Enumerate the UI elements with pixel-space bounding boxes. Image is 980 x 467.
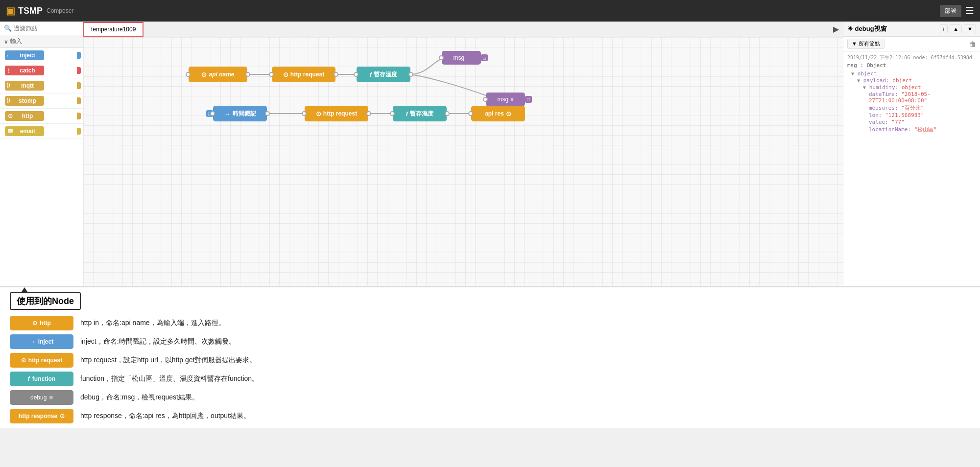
- debug-filter-bar: ▼ 所有節點 🗑: [843, 37, 980, 51]
- catch-node-pill: ! catch: [5, 66, 44, 75]
- anno-text-http-response: http response，命名:api res，為http回應，output結…: [80, 412, 250, 420]
- annotation-row-function: f function function，指定「松山區」溫度、濕度資料暫存在fun…: [10, 372, 970, 386]
- node-label-api-res: api res: [485, 110, 504, 117]
- sidebar: 🔍 ∨ 輸入 → inject ! catch: [0, 22, 83, 286]
- flow-canvas: ⊙ api name ⊙ http request f 暫存溫度: [83, 37, 843, 286]
- anno-label-inject: inject: [38, 338, 53, 345]
- node-time-stamp[interactable]: □ → 時間戳記: [213, 106, 267, 121]
- anno-text-debug: debug，命名:msg，檢視request結果。: [80, 393, 199, 402]
- debug-panel-header: ☀ debug視窗 i ▲ ▼: [843, 22, 980, 37]
- node-label-zancu-humi: 暫存濕度: [410, 110, 433, 118]
- composer-label: Composer: [47, 7, 73, 14]
- annotation-row-http-request: ⊙ http request http request，設定http url，以…: [10, 353, 970, 368]
- node-msg-1[interactable]: msg ≡ □: [442, 51, 481, 65]
- debug-panel-title: ☀ debug視窗: [847, 24, 938, 33]
- anno-label-http-response: http response: [19, 413, 57, 420]
- node-label-zancu-temp: 暫存溫度: [374, 70, 397, 79]
- port-left-http-req-2: [302, 111, 307, 116]
- node-http-request-2[interactable]: ⊙ http request: [305, 106, 368, 121]
- bottom-section: 使用到的Node ⊙ http http in，命名:api name，為輸入端…: [0, 286, 980, 428]
- sidebar-item-http[interactable]: ⊙ http: [0, 109, 83, 124]
- port-left-msg-2: [483, 97, 488, 102]
- node-icon-http-req-2: ⊙: [316, 110, 321, 117]
- sidebar-items: → inject ! catch )) mqtt: [0, 48, 83, 286]
- logo: ▣ TSMP Composer: [6, 5, 73, 17]
- anno-text-inject: inject，命名:時間戳記，設定多久時間、次數觸發。: [80, 337, 236, 346]
- tab-name: temperature1009: [91, 26, 136, 33]
- tree-line-0: ▼ object: [851, 70, 976, 77]
- node-api-name[interactable]: ⊙ api name: [189, 67, 247, 82]
- tree-line-2: ▼ humidity: object: [863, 84, 976, 91]
- http-node-pill: ⊙ http: [5, 111, 44, 121]
- anno-text-http-request: http request，設定http url，以http get對伺服器提出要…: [80, 356, 256, 365]
- stomp-node-pill: )) stomp: [5, 96, 44, 106]
- search-input[interactable]: [14, 25, 79, 32]
- header: ▣ TSMP Composer 部署 ☰: [0, 0, 980, 22]
- main-container: 🔍 ∨ 輸入 → inject ! catch: [0, 22, 980, 286]
- node-label-http-req-1: http request: [290, 71, 324, 78]
- node-label-http-req-2: http request: [323, 110, 357, 117]
- anno-pill-http-response: http response ⊙: [10, 409, 73, 423]
- annotation-row-http: ⊙ http http in，命名:api name，為輸入端，進入路徑。: [10, 316, 970, 330]
- debug-filter-button[interactable]: ▼ 所有節點: [847, 39, 884, 49]
- tree-line-5: lon: "121.568983": [869, 112, 976, 118]
- port-left-time-stamp: [210, 111, 215, 116]
- section-title: 使用到的Node: [10, 292, 81, 310]
- node-api-res[interactable]: api res ⊙: [471, 106, 525, 121]
- node-label-msg-1: msg: [453, 54, 464, 61]
- logo-text: TSMP: [18, 6, 43, 16]
- tree-line-3: dataTime: "2018-05-27T21:00:00+08:00": [869, 91, 976, 104]
- debug-expand-btn[interactable]: ▲: [950, 24, 962, 33]
- anno-text-http: http in，命名:api name，為輸入端，進入路徑。: [80, 319, 225, 327]
- node-icon-api-res: ⊙: [506, 110, 511, 117]
- node-label-api-name: api name: [209, 71, 234, 78]
- anno-text-function: function，指定「松山區」溫度、濕度資料暫存在function。: [80, 374, 259, 383]
- email-node-pill: ✉ email: [5, 126, 44, 136]
- annotation-row-debug: debug ≡ debug，命名:msg，檢視request結果。: [10, 390, 970, 405]
- node-icon-api-name: ⊙: [201, 71, 207, 78]
- canvas-scroll-right[interactable]: ▶: [829, 23, 843, 36]
- anno-pill-http-request: ⊙ http request: [10, 353, 73, 368]
- annotation-row-inject: → inject inject，命名:時間戳記，設定多久時間、次數觸發。: [10, 334, 970, 349]
- flow-tab-temperature[interactable]: API Key temperature1009: [83, 22, 143, 37]
- menu-icon[interactable]: ☰: [965, 5, 974, 17]
- debug-content: 2019/11/22 下午2:12:06 node: 6f57df4d.5398…: [843, 51, 980, 286]
- debug-tree: ▼ object ▼ payload: object ▼ humidity: o…: [851, 70, 976, 133]
- anno-pill-inject: → inject: [10, 334, 73, 349]
- port-right-zancu-humi: [445, 111, 450, 116]
- mqtt-node-pill: )) mqtt: [5, 81, 44, 91]
- port-left-zancu-humi: [390, 111, 395, 116]
- debug-timestamp: 2019/11/22 下午2:12:06 node: 6f57df4d.5398…: [847, 54, 976, 61]
- sidebar-item-inject[interactable]: → inject: [0, 48, 83, 63]
- sidebar-item-catch[interactable]: ! catch: [0, 63, 83, 78]
- sidebar-item-email[interactable]: ✉ email: [0, 124, 83, 139]
- port-left-zancu-temp: [354, 72, 359, 77]
- node-http-request-1[interactable]: ⊙ http request: [272, 67, 335, 82]
- header-right: 部署 ☰: [940, 5, 974, 17]
- port-right-zancu-temp: [408, 72, 413, 77]
- node-icon-time-stamp: →: [224, 110, 231, 117]
- anno-label-http: http: [40, 320, 51, 327]
- section-collapse-icon[interactable]: ∨: [4, 38, 8, 45]
- sidebar-section-header: ∨ 輸入: [0, 35, 83, 48]
- node-msg-2[interactable]: msg ≡ □: [486, 93, 525, 106]
- canvas-container: API Key temperature1009 ▶: [83, 22, 843, 286]
- debug-info-btn[interactable]: i: [940, 24, 948, 33]
- annotation-rows: ⊙ http http in，命名:api name，為輸入端，進入路徑。 → …: [10, 316, 970, 423]
- sidebar-item-stomp[interactable]: )) stomp: [0, 93, 83, 109]
- debug-msg-label: msg : Object: [847, 62, 976, 69]
- anno-label-function: function: [32, 375, 55, 382]
- node-icon-http-req-1: ⊙: [283, 71, 288, 78]
- sidebar-item-mqtt[interactable]: )) mqtt: [0, 78, 83, 93]
- port-right-time-stamp: [265, 111, 270, 116]
- node-zancu-humi[interactable]: f 暫存濕度: [393, 106, 447, 121]
- anno-label-debug: debug: [30, 394, 47, 401]
- node-zancu-temp[interactable]: f 暫存溫度: [357, 67, 410, 82]
- deploy-button[interactable]: 部署: [940, 5, 961, 17]
- tree-line-6: value: "77": [869, 119, 976, 125]
- port-right-api-name: [245, 72, 250, 77]
- tree-line-4: measures: "百分比": [869, 104, 976, 112]
- section-label: 輸入: [10, 37, 22, 46]
- debug-trash-button[interactable]: 🗑: [969, 40, 976, 48]
- debug-collapse-btn[interactable]: ▼: [964, 24, 976, 33]
